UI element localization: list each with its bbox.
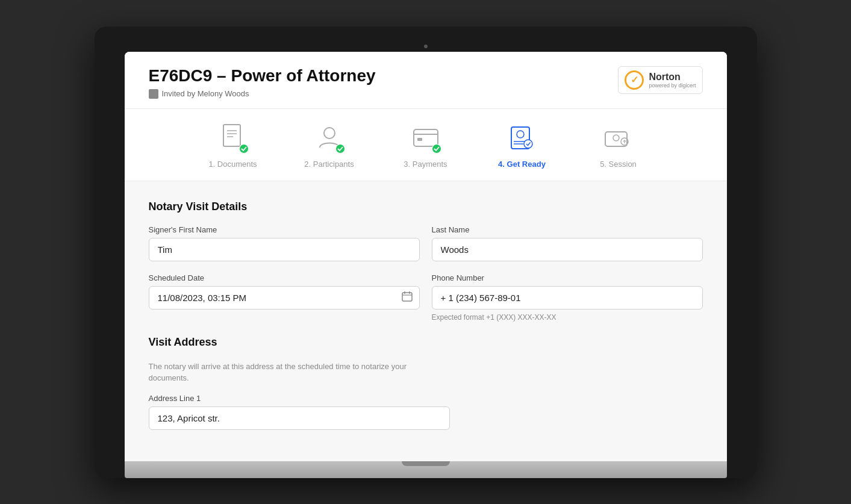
- step-participants-icon-wrap: [313, 121, 346, 155]
- step-documents-check: [239, 144, 249, 154]
- laptop-frame: E76DC9 – Power of Attorney Invited by Me…: [95, 26, 757, 478]
- svg-point-15: [524, 140, 532, 148]
- invited-by: Invited by Melony Woods: [149, 89, 376, 99]
- laptop-screen: E76DC9 – Power of Attorney Invited by Me…: [125, 52, 727, 461]
- date-phone-row: Scheduled Date: [149, 273, 703, 322]
- camera-dot: [424, 45, 428, 48]
- invited-by-text: Invited by Melony Woods: [162, 89, 249, 98]
- step-participants-check: [335, 144, 345, 154]
- svg-point-17: [613, 135, 619, 141]
- step-documents-icon-wrap: [216, 121, 250, 155]
- step-payments-icon-wrap: [409, 121, 443, 155]
- address-line1-input[interactable]: [149, 406, 450, 430]
- visit-address-description: The notary will arrive at this address a…: [149, 361, 438, 384]
- last-name-label: Last Name: [432, 225, 703, 234]
- step-documents-label: 1. Documents: [208, 160, 257, 169]
- date-input[interactable]: [149, 286, 420, 310]
- phone-group: Phone Number Expected format +1 (XXX) XX…: [432, 273, 703, 322]
- step-participants-label: 2. Participants: [304, 160, 354, 169]
- laptop-notch: [402, 461, 450, 466]
- norton-text: Norton powered by digicert: [649, 72, 696, 89]
- step-get-ready-icon-wrap: [505, 121, 539, 155]
- address-line1-group: Address Line 1: [149, 394, 703, 430]
- step-payments-check: [432, 144, 441, 154]
- svg-rect-20: [402, 293, 412, 301]
- date-input-wrap: [149, 286, 420, 310]
- step-get-ready[interactable]: 4. Get Ready: [474, 121, 570, 169]
- norton-sub: powered by digicert: [649, 82, 696, 89]
- step-participants[interactable]: 2. Participants: [281, 121, 378, 169]
- step-documents[interactable]: 1. Documents: [185, 121, 281, 169]
- svg-point-4: [240, 145, 248, 153]
- address-line1-label: Address Line 1: [149, 394, 703, 403]
- step-payments[interactable]: 3. Payments: [378, 121, 474, 169]
- user-icon: [149, 89, 158, 99]
- section-divider: Visit Address The notary will arrive at …: [149, 336, 703, 430]
- svg-rect-0: [223, 125, 240, 146]
- step-session-label: 5. Session: [600, 160, 637, 169]
- phone-label: Phone Number: [432, 273, 703, 282]
- laptop-base: [125, 461, 727, 478]
- norton-badge: ✓ Norton powered by digicert: [618, 66, 702, 94]
- phone-hint: Expected format +1 (XXX) XXX-XX-XX: [432, 313, 703, 322]
- step-payments-label: 3. Payments: [404, 160, 447, 169]
- last-name-group: Last Name: [432, 225, 703, 261]
- svg-rect-16: [605, 132, 627, 146]
- steps-bar: 1. Documents: [125, 109, 727, 181]
- first-name-group: Signer's First Name: [149, 225, 420, 261]
- date-label: Scheduled Date: [149, 273, 420, 282]
- last-name-input[interactable]: [432, 238, 703, 261]
- header-left: E76DC9 – Power of Attorney Invited by Me…: [149, 66, 376, 99]
- first-name-input[interactable]: [149, 238, 420, 261]
- svg-point-10: [432, 145, 441, 153]
- phone-input[interactable]: [432, 286, 703, 310]
- norton-checkmark-icon: ✓: [625, 70, 644, 90]
- date-group: Scheduled Date: [149, 273, 420, 322]
- address-section-title: Visit Address: [149, 336, 703, 349]
- step-get-ready-label: 4. Get Ready: [498, 160, 546, 169]
- name-row: Signer's First Name Last Name: [149, 225, 703, 261]
- page-content: E76DC9 – Power of Attorney Invited by Me…: [125, 52, 727, 461]
- calendar-icon[interactable]: [402, 291, 413, 304]
- step-session[interactable]: 5. Session: [570, 121, 667, 169]
- norton-name: Norton: [649, 72, 696, 82]
- svg-point-12: [517, 131, 524, 138]
- page-title: E76DC9 – Power of Attorney: [149, 66, 376, 86]
- main-content: Notary Visit Details Signer's First Name…: [125, 181, 727, 461]
- notary-section-title: Notary Visit Details: [149, 201, 703, 213]
- page-header: E76DC9 – Power of Attorney Invited by Me…: [125, 52, 727, 109]
- step-session-icon-wrap: [602, 121, 635, 155]
- svg-point-5: [324, 128, 335, 138]
- first-name-label: Signer's First Name: [149, 225, 420, 234]
- svg-point-6: [336, 145, 344, 153]
- svg-rect-9: [417, 138, 422, 141]
